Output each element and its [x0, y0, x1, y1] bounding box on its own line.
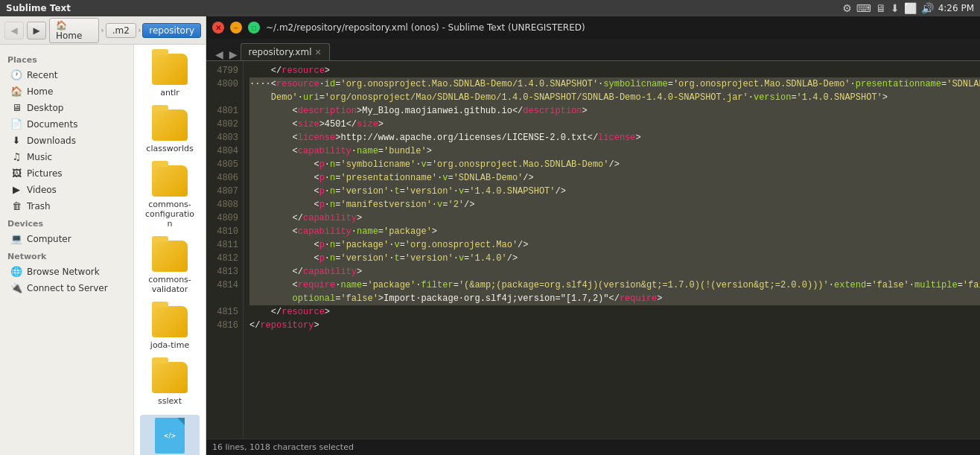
breadcrumb-repository[interactable]: repository — [142, 23, 201, 38]
volume-icon[interactable]: 🔊 — [921, 2, 934, 14]
sidebar-item-music[interactable]: ♫ Music — [3, 149, 130, 165]
line-num-4803: 4803 — [211, 131, 238, 144]
editor-title: ~/.m2/repository/repository.xml (onos) -… — [266, 22, 980, 33]
code-line-4809: </capability> — [249, 211, 980, 225]
browse-network-icon: 🌐 — [10, 266, 22, 277]
app-title: Sublime Text — [6, 3, 842, 13]
network-section-title: Network — [0, 247, 133, 263]
sidebar-item-browse-network[interactable]: 🌐 Browse Network — [3, 264, 130, 279]
sidebar-item-recent-label: Recent — [27, 70, 57, 80]
settings-icon[interactable]: ⚙ — [842, 2, 852, 14]
code-line-4811: <p·n='package'·v='org.onosproject.Mao'/> — [249, 238, 980, 252]
line-num-4810: 4810 — [211, 225, 238, 238]
breadcrumb-m2[interactable]: .m2 — [106, 23, 136, 38]
breadcrumb-home[interactable]: 🏠 Home — [49, 18, 99, 43]
sidebar-item-recent[interactable]: 🕐 Recent — [3, 67, 130, 83]
fm-sidebar: Places 🕐 Recent 🏠 Home 🖥 Desktop 📄 Docum… — [0, 45, 134, 455]
sublime-editor: ✕ − □ ~/.m2/repository/repository.xml (o… — [206, 16, 980, 455]
code-line-4801: <description>My_Blog.maojianwei.github.i… — [249, 104, 980, 118]
fm-body: Places 🕐 Recent 🏠 Home 🖥 Desktop 📄 Docum… — [0, 45, 206, 455]
file-item-commons-validator[interactable]: commons-validator — [140, 238, 200, 297]
breadcrumb-sep-1: › — [101, 25, 104, 35]
clock: 4:26 PM — [938, 3, 974, 13]
editor-tab-repository-xml[interactable]: repository.xml ✕ — [241, 43, 330, 60]
code-area[interactable]: </resource> ····<resource·id='org.onospr… — [244, 61, 980, 439]
line-numbers: 4799 4800 4801 4802 4803 4804 4805 4806 … — [206, 61, 244, 439]
documents-icon: 📄 — [10, 118, 22, 130]
folder-icon-commons-configuration — [152, 165, 188, 197]
file-item-joda-time[interactable]: joda-time — [140, 303, 200, 353]
code-line-4802: <size>4501</size> — [249, 118, 980, 131]
code-line-4808: <p·n='manifestversion'·v='2'/> — [249, 198, 980, 211]
window-maximize-button[interactable]: □ — [248, 22, 260, 34]
sidebar-item-desktop-label: Desktop — [27, 103, 64, 113]
fm-toolbar: ◀ ▶ 🏠 Home › .m2 › repository — [0, 16, 206, 45]
line-num-4812: 4812 — [211, 252, 238, 265]
file-item-classworlds[interactable]: classworlds — [140, 106, 200, 156]
folder-icon-antlr — [152, 54, 188, 85]
file-label-joda-time: joda-time — [150, 340, 189, 350]
code-line-4805: <p·n='symbolicname'·v='org.onosproject.M… — [249, 158, 980, 171]
code-line-4815: </resource> — [249, 305, 980, 319]
code-line-4816: </repository> — [249, 319, 980, 332]
fm-files: antlr classworlds commons-configuration … — [134, 45, 206, 455]
line-num-4799: 4799 — [211, 64, 238, 77]
top-bar: Sublime Text ⚙ ⌨ 🖥 ⬇ ⬜ 🔊 4:26 PM — [0, 0, 980, 16]
code-line-4813: </capability> — [249, 265, 980, 279]
editor-content: 4799 4800 4801 4802 4803 4804 4805 4806 … — [206, 61, 980, 439]
window-minimize-button[interactable]: − — [230, 22, 242, 34]
xml-icon-text: </> — [164, 433, 176, 439]
sidebar-item-downloads[interactable]: ⬇ Downloads — [3, 133, 130, 148]
sidebar-item-videos[interactable]: ▶ Videos — [3, 182, 130, 197]
back-button[interactable]: ◀ — [4, 22, 24, 39]
file-label-commons-configuration: commons-configuration — [143, 200, 197, 229]
sidebar-item-trash[interactable]: 🗑 Trash — [3, 198, 130, 214]
computer-icon: 💻 — [10, 233, 22, 244]
line-num-4809: 4809 — [211, 211, 238, 225]
xml-file-icon: </> — [155, 418, 185, 454]
window-icon[interactable]: ⬜ — [904, 2, 917, 14]
forward-button[interactable]: ▶ — [27, 22, 46, 39]
file-item-commons-configuration[interactable]: commons-configuration — [140, 162, 200, 232]
display-icon[interactable]: 🖥 — [876, 2, 886, 14]
code-line-4807: <p·n='version'·t='version'·v='1.4.0.SNAP… — [249, 185, 980, 198]
sidebar-item-desktop[interactable]: 🖥 Desktop — [3, 100, 130, 115]
devices-section-title: Devices — [0, 214, 133, 230]
sidebar-item-home[interactable]: 🏠 Home — [3, 83, 130, 99]
music-icon: ♫ — [10, 151, 22, 162]
main-layout: ◀ ▶ 🏠 Home › .m2 › repository Places 🕐 R… — [0, 16, 980, 455]
keyboard-icon[interactable]: ⌨ — [856, 2, 871, 14]
sidebar-item-trash-label: Trash — [27, 201, 51, 211]
code-line-4800: ····<resource·id='org.onosproject.Mao.SD… — [249, 77, 980, 91]
file-label-classworlds: classworlds — [146, 144, 193, 153]
code-line-4812: <p·n='version'·t='version'·v='1.4.0'/> — [249, 252, 980, 265]
sidebar-item-connect-server[interactable]: 🔌 Connect to Server — [3, 280, 130, 296]
folder-icon-commons-validator — [152, 241, 188, 272]
file-item-antlr[interactable]: antlr — [140, 51, 200, 101]
download-icon[interactable]: ⬇ — [891, 2, 900, 14]
line-num-4811: 4811 — [211, 238, 238, 252]
sidebar-item-computer[interactable]: 💻 Computer — [3, 231, 130, 246]
file-item-repository-xml[interactable]: </> repository.xml — [140, 415, 200, 455]
file-label-antlr: antlr — [160, 88, 179, 98]
line-num-4802: 4802 — [211, 118, 238, 131]
sidebar-item-connect-server-label: Connect to Server — [27, 283, 108, 293]
sidebar-item-home-label: Home — [27, 86, 53, 97]
tab-next-button[interactable]: ▶ — [226, 48, 241, 60]
videos-icon: ▶ — [10, 184, 22, 195]
code-line-4804: <capability·name='bundle'> — [249, 144, 980, 158]
sidebar-item-pictures-label: Pictures — [27, 168, 63, 179]
home-icon: 🏠 — [10, 86, 22, 97]
code-line-4814a: <require·name='package'·filter='(&amp;(p… — [249, 279, 980, 292]
trash-icon: 🗑 — [10, 200, 22, 211]
window-close-button[interactable]: ✕ — [212, 22, 224, 34]
sidebar-item-documents-label: Documents — [27, 119, 77, 130]
sidebar-item-computer-label: Computer — [27, 234, 71, 244]
tab-prev-button[interactable]: ◀ — [212, 48, 226, 60]
sidebar-item-pictures[interactable]: 🖼 Pictures — [3, 165, 130, 181]
code-line-4814b: optional='false'>Import·package·org.slf4… — [249, 292, 980, 305]
tab-close-button[interactable]: ✕ — [314, 48, 321, 57]
line-num-4813: 4813 — [211, 265, 238, 279]
file-item-sslext[interactable]: sslext — [140, 359, 200, 409]
sidebar-item-documents[interactable]: 📄 Documents — [3, 116, 130, 132]
